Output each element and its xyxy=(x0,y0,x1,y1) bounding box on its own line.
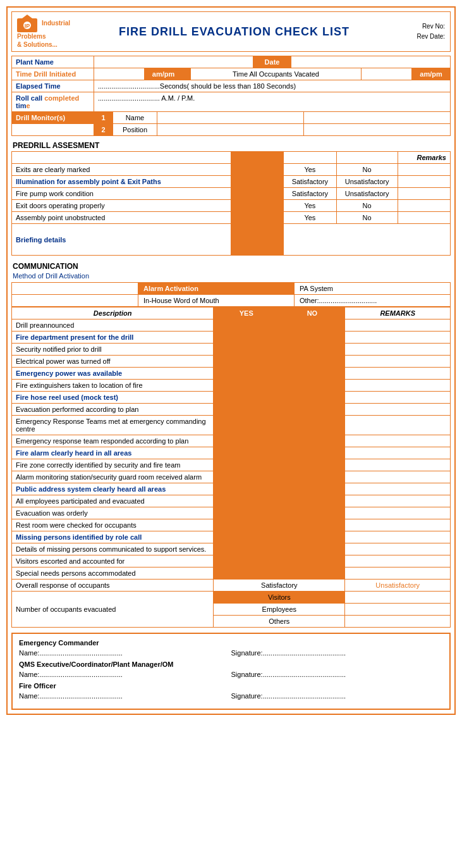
comm-row-remarks[interactable] xyxy=(345,416,451,435)
activation-wrapper: Alarm Activation PA System In-House Word… xyxy=(11,282,451,307)
time-all-value[interactable] xyxy=(362,68,412,80)
signature-box: Emergency Commander Name:...............… xyxy=(11,633,451,710)
ec-signature: Signature:..............................… xyxy=(231,649,444,657)
comm-row-desc: Emergency response team responded accord… xyxy=(12,435,214,447)
comm-row-remarks[interactable] xyxy=(345,368,451,380)
comm-row-remarks[interactable] xyxy=(345,404,451,416)
predrill-row-desc: Exit doors operating properly xyxy=(12,200,231,212)
fo-signature: Signature:..............................… xyxy=(231,692,444,700)
comm-row-desc: Special needs persons accommodated xyxy=(12,567,214,580)
comm-row-no-orange xyxy=(279,567,345,580)
comm-row-desc: Fire department present for the drill xyxy=(12,332,214,344)
page-title: FIRE DRILL EVACUATION CHECK LIST xyxy=(93,25,375,39)
comm-row-remarks[interactable] xyxy=(345,543,451,555)
comm-row-desc: Fire alarm clearly heard in all areas xyxy=(12,447,214,459)
predrill-briefing-desc: Briefing details xyxy=(12,224,231,256)
comm-row-remarks[interactable] xyxy=(345,392,451,404)
predrill-row-remarks[interactable] xyxy=(398,188,450,200)
rollcall-label: Roll call completed time xyxy=(12,92,94,111)
predrill-row-remarks[interactable] xyxy=(398,200,450,212)
date-value[interactable] xyxy=(291,56,450,68)
predrill-row-orange xyxy=(231,164,284,176)
comm-row-no-orange xyxy=(279,447,345,459)
predrill-briefing-area[interactable] xyxy=(284,224,451,256)
comm-row-yes-orange xyxy=(214,416,279,435)
fo-title: Fire Officer xyxy=(19,682,443,690)
comm-row-desc: Evacuation performed according to plan xyxy=(12,404,214,416)
comm-row-yes-orange xyxy=(214,447,279,459)
comm-row-no-orange xyxy=(279,495,345,507)
comm-row-yes-orange xyxy=(214,483,279,495)
monitor2-row: 2 Position xyxy=(12,124,450,135)
comm-overall-unsat: Unsatisfactory xyxy=(345,580,451,592)
comm-row-yes-orange xyxy=(214,368,279,380)
comm-row-remarks[interactable] xyxy=(345,459,451,471)
other: Other:.............................. xyxy=(295,295,450,306)
comm-row-yes-orange xyxy=(214,495,279,507)
time-drill-value[interactable] xyxy=(94,68,145,80)
comm-row-remarks[interactable] xyxy=(345,380,451,392)
comm-row-yes-orange xyxy=(214,471,279,483)
comm-desc-header: Description xyxy=(12,307,214,319)
comm-row-no-orange xyxy=(279,543,345,555)
comm-no-header: NO xyxy=(279,307,345,319)
pa-system: PA System xyxy=(295,283,450,294)
ec-name: Name:...................................… xyxy=(19,649,231,657)
predrill-row-remarks[interactable] xyxy=(398,176,450,188)
comm-occupants-employees-val[interactable] xyxy=(345,604,451,616)
logo-icon: IP xyxy=(17,19,42,27)
inhouse: In-House Word of Mouth xyxy=(138,295,295,306)
comm-row-desc: Security notified prior to drill xyxy=(12,344,214,356)
comm-row-remarks[interactable] xyxy=(345,495,451,507)
comm-row-desc: Emergency Response Teams met at emergenc… xyxy=(12,416,214,435)
comm-overall-desc: Overall response of occupants xyxy=(12,580,214,592)
predrill-row-orange xyxy=(231,200,284,212)
comm-row-desc: Fire zone correctly identified by securi… xyxy=(12,459,214,471)
comm-row-remarks[interactable] xyxy=(345,483,451,495)
comm-row-remarks[interactable] xyxy=(345,507,451,519)
comm-occupants-others-val[interactable] xyxy=(345,616,451,628)
comm-row-remarks[interactable] xyxy=(345,435,451,447)
predrill-yes-header xyxy=(284,152,336,164)
comm-row-no-orange xyxy=(279,392,345,404)
activation-row1: Alarm Activation PA System xyxy=(12,283,450,295)
comm-row-yes-orange xyxy=(214,332,279,344)
predrill-row-desc: Assembly point unobstructed xyxy=(12,212,231,224)
comm-row-desc: Electrical power was turned off xyxy=(12,356,214,368)
comm-row-no-orange xyxy=(279,471,345,483)
comm-row-no-orange xyxy=(279,380,345,392)
comm-row-remarks[interactable] xyxy=(345,567,451,580)
plant-name-value[interactable] xyxy=(94,56,253,68)
drill-monitors-label: Drill Monitor(s) xyxy=(12,112,94,123)
monitor1-num: 1 xyxy=(94,112,113,123)
comm-row-no-orange xyxy=(279,404,345,416)
comm-row-no-orange xyxy=(279,483,345,495)
comm-row-remarks[interactable] xyxy=(345,519,451,531)
comm-occupants-visitors-val[interactable] xyxy=(345,592,451,604)
monitor1-name-value[interactable] xyxy=(157,112,304,123)
comm-row-no-orange xyxy=(279,416,345,435)
comm-row-yes-orange xyxy=(214,380,279,392)
comm-row-yes-orange xyxy=(214,459,279,471)
comm-row-remarks[interactable] xyxy=(345,332,451,344)
monitor2-pos-value[interactable] xyxy=(157,124,304,135)
comm-row-remarks[interactable] xyxy=(345,319,451,332)
comm-row-yes-orange xyxy=(214,567,279,580)
comm-row-remarks[interactable] xyxy=(345,555,451,567)
predrill-row-remarks[interactable] xyxy=(398,212,450,224)
comm-row-yes-orange xyxy=(214,392,279,404)
predrill-row-orange xyxy=(231,176,284,188)
comm-row-remarks[interactable] xyxy=(345,531,451,543)
comm-row-remarks[interactable] xyxy=(345,471,451,483)
comm-row-no-orange xyxy=(279,368,345,380)
comm-row-remarks[interactable] xyxy=(345,356,451,368)
predrill-row-remarks[interactable] xyxy=(398,164,450,176)
comm-row-yes-orange xyxy=(214,555,279,567)
comm-row-desc: Fire hose reel used (mock test) xyxy=(12,392,214,404)
activation-row2: In-House Word of Mouth Other:...........… xyxy=(12,295,450,307)
rollcall-value: ................................ A.M. / … xyxy=(94,92,450,111)
monitor1-row: Drill Monitor(s) 1 Name xyxy=(12,112,450,124)
comm-row-remarks[interactable] xyxy=(345,447,451,459)
comm-row-remarks[interactable] xyxy=(345,344,451,356)
am-pm-2: am/pm xyxy=(412,68,450,80)
